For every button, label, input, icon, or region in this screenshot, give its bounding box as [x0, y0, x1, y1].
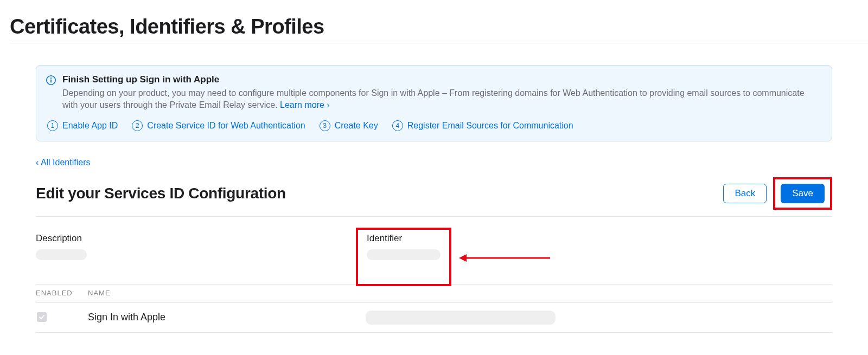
th-enabled: ENABLED	[36, 289, 88, 297]
step-label: Create Key	[335, 121, 378, 131]
step-label: Enable App ID	[62, 121, 118, 131]
step-label: Register Email Sources for Communication	[407, 121, 573, 131]
step-enable-app-id[interactable]: 1 Enable App ID	[47, 120, 118, 131]
info-title: Finish Setting up Sign in with Apple	[62, 74, 822, 85]
learn-more-link[interactable]: Learn more ›	[280, 100, 330, 109]
info-desc-text: Depending on your product, you may need …	[62, 88, 805, 109]
table-row: Sign In with Apple	[36, 302, 832, 333]
save-button[interactable]: Save	[781, 184, 825, 203]
svg-rect-2	[50, 80, 52, 83]
setup-steps: 1 Enable App ID 2 Create Service ID for …	[46, 120, 822, 131]
info-icon	[46, 75, 56, 85]
enabled-checkbox[interactable]	[37, 312, 47, 322]
back-button[interactable]: Back	[723, 184, 767, 203]
step-create-key[interactable]: 3 Create Key	[320, 120, 378, 131]
info-banner: Finish Setting up Sign in with Apple Dep…	[36, 65, 832, 141]
description-value-redacted	[36, 249, 87, 260]
divider	[10, 43, 868, 43]
step-number-icon: 2	[132, 120, 143, 131]
step-label: Create Service ID for Web Authentication	[147, 121, 305, 131]
action-buttons: Back Save	[723, 177, 832, 210]
step-number-icon: 1	[47, 120, 58, 131]
step-register-email-sources[interactable]: 4 Register Email Sources for Communicati…	[392, 120, 573, 131]
step-number-icon: 4	[392, 120, 403, 131]
annotation-save-highlight: Save	[773, 177, 832, 210]
step-create-service-id[interactable]: 2 Create Service ID for Web Authenticati…	[132, 120, 305, 131]
section-title: Edit your Services ID Configuration	[36, 185, 286, 202]
svg-point-1	[50, 78, 52, 79]
step-number-icon: 3	[320, 120, 330, 131]
identifier-label: Identifier	[367, 233, 441, 244]
description-label: Description	[36, 233, 367, 244]
capability-detail-redacted	[366, 311, 556, 325]
svg-marker-4	[459, 254, 467, 262]
all-identifiers-link[interactable]: ‹ All Identifiers	[36, 158, 90, 167]
divider	[36, 216, 832, 217]
page-title: Certificates, Identifiers & Profiles	[10, 15, 858, 38]
th-name: NAME	[88, 289, 832, 297]
capability-name: Sign In with Apple	[88, 312, 366, 323]
capabilities-table-header: ENABLED NAME	[36, 284, 832, 302]
annotation-arrow-icon	[459, 251, 551, 267]
info-desc: Depending on your product, you may need …	[62, 87, 822, 112]
identifier-value-redacted	[367, 249, 441, 260]
